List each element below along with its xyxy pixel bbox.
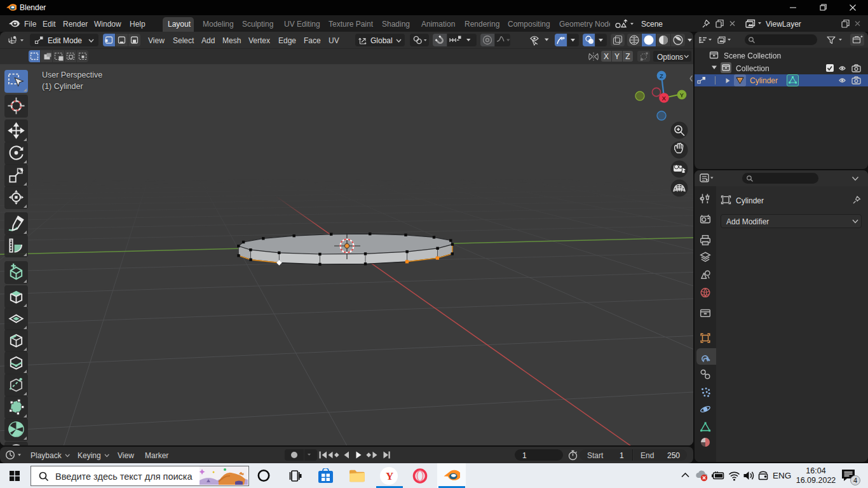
svg-text:4: 4	[853, 477, 857, 484]
svg-text:X: X	[662, 95, 667, 102]
svg-text:Y: Y	[680, 92, 684, 98]
svg-text:Z: Z	[660, 72, 663, 79]
